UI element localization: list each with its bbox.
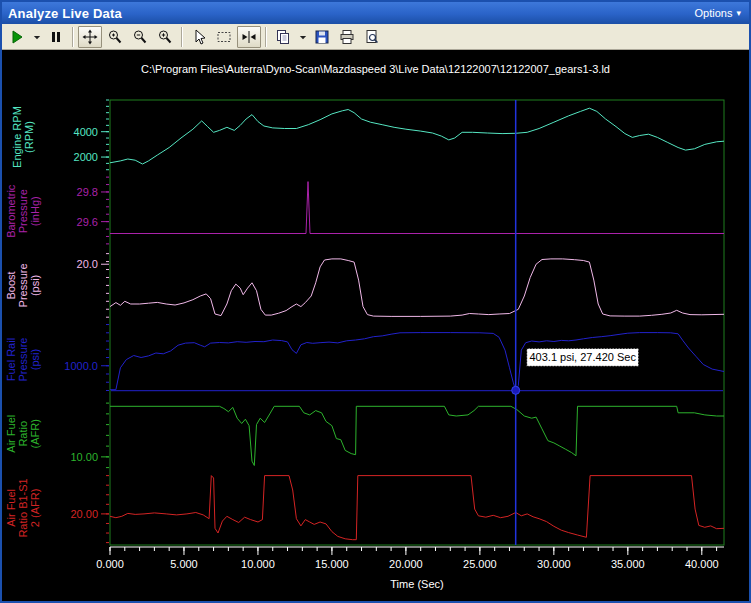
zoom-in-icon [157, 29, 173, 45]
toolbar-separator [265, 27, 267, 47]
channel-label: 2 (AFR) [29, 489, 41, 527]
channel-label: Ratio [17, 421, 29, 447]
x-tick-label: 25.000 [463, 558, 497, 570]
play-button[interactable] [5, 26, 29, 48]
y-tick-label: 20.0 [77, 258, 98, 270]
pointer-icon [191, 29, 207, 45]
pause-button[interactable] [44, 26, 68, 48]
trace-air-fuel-ratio [110, 406, 724, 465]
channel-label: Ratio B1-S1 [17, 478, 29, 537]
y-tick-label: 4000 [74, 126, 98, 138]
zoom-out-icon [132, 29, 148, 45]
cursor-marker[interactable] [512, 386, 520, 394]
zoom-in-button[interactable] [153, 26, 177, 48]
zoom-out-button[interactable] [128, 26, 152, 48]
play-options-button[interactable] [30, 26, 43, 48]
y-tick-label: 10.00 [70, 451, 98, 463]
toolbar [2, 24, 749, 50]
x-tick-label: 30.000 [537, 558, 571, 570]
print-icon [339, 29, 355, 45]
select-region-button[interactable] [212, 26, 236, 48]
x-tick-label: 20.000 [389, 558, 423, 570]
window-title: Analyze Live Data [8, 6, 122, 21]
caret-down-icon [298, 29, 308, 45]
panel-air-fuel-ratio: 10.00Air FuelRatio(AFR) [5, 403, 724, 467]
options-label: Options [695, 7, 733, 19]
cursor-tooltip-text: 403.1 psi, 27.420 Sec [529, 351, 636, 363]
channel-label: Engine RPM [11, 106, 23, 168]
cursor-icon [241, 29, 257, 45]
options-menu-button[interactable]: Options ▾ [695, 7, 741, 19]
y-tick-label: 20.00 [70, 508, 98, 520]
channel-label: Air Fuel [5, 489, 17, 527]
toolbar-separator [72, 27, 74, 47]
play-icon [9, 29, 25, 45]
save-button[interactable] [310, 26, 334, 48]
toolbar-separator [181, 27, 183, 47]
caret-down-icon: ▾ [736, 9, 741, 18]
plot-frame [110, 100, 724, 545]
chart-client-area: C:\Program Files\Auterra\Dyno-Scan\Mazda… [2, 50, 749, 601]
panel-air-fuel-ratio-b1s1-2: 20.00Air FuelRatio B1-S12 (AFR) [5, 476, 724, 543]
channel-label: Air Fuel [5, 415, 17, 453]
copy-options-button[interactable] [296, 26, 309, 48]
title-bar: Analyze Live Data Options ▾ [2, 2, 749, 24]
x-tick-label: 35.000 [611, 558, 645, 570]
channel-label: (psi) [29, 349, 41, 370]
save-icon [314, 29, 330, 45]
y-tick-label: 1000.0 [64, 360, 98, 372]
panel-barometric-pressure: 29.829.6BarometricPressure(inHg) [5, 177, 724, 244]
chart-canvas[interactable]: 40002000Engine RPM(RPM)29.829.6Barometri… [2, 50, 749, 601]
panel-engine-rpm: 40002000Engine RPM(RPM) [11, 100, 724, 170]
cursor-tooltip: 403.1 psi, 27.420 Sec [527, 348, 639, 366]
select-region-icon [216, 29, 232, 45]
zoom-window-button[interactable] [103, 26, 127, 48]
print-preview-icon [364, 29, 380, 45]
copy-button[interactable] [271, 26, 295, 48]
y-tick-label: 29.8 [77, 186, 98, 198]
x-tick-label: 10.000 [241, 558, 275, 570]
channel-label: Boost [5, 271, 17, 299]
pan-button[interactable] [78, 26, 102, 48]
channel-label: Pressure [17, 338, 29, 382]
trace-air-fuel-ratio-b1s1-2 [110, 476, 724, 540]
pointer-button[interactable] [187, 26, 211, 48]
channel-label: (psi) [29, 275, 41, 296]
caret-down-icon [32, 29, 42, 45]
print-preview-button[interactable] [360, 26, 384, 48]
print-button[interactable] [335, 26, 359, 48]
channel-label: (inHg) [29, 196, 41, 226]
trace-engine-rpm [110, 108, 724, 164]
channel-label: Pressure [17, 263, 29, 307]
cursor-button[interactable] [237, 26, 261, 48]
channel-label: Pressure [17, 189, 29, 233]
x-axis: 0.0005.00010.00015.00020.00025.00030.000… [96, 547, 724, 590]
channel-label: Fuel Rail [5, 338, 17, 381]
x-tick-label: 5.000 [170, 558, 198, 570]
channel-label: Barometric [5, 184, 17, 238]
x-tick-label: 15.000 [315, 558, 349, 570]
zoom-window-icon [107, 29, 123, 45]
x-tick-label: 0.000 [96, 558, 124, 570]
channel-label: (RPM) [23, 121, 35, 153]
pan-icon [82, 29, 98, 45]
pause-icon [48, 29, 64, 45]
y-tick-label: 29.6 [77, 216, 98, 228]
analyze-live-data-window: Analyze Live Data Options ▾ C:\Program F… [0, 0, 751, 603]
x-axis-title: Time (Sec) [390, 578, 443, 590]
panel-boost-pressure: 20.0BoostPressure(psi) [5, 254, 724, 318]
trace-boost-pressure [110, 259, 724, 317]
trace-barometric-pressure [110, 182, 724, 234]
copy-icon [275, 29, 291, 45]
x-tick-label: 40.000 [685, 558, 719, 570]
channel-label: (AFR) [29, 419, 41, 448]
y-tick-label: 2000 [74, 151, 98, 163]
